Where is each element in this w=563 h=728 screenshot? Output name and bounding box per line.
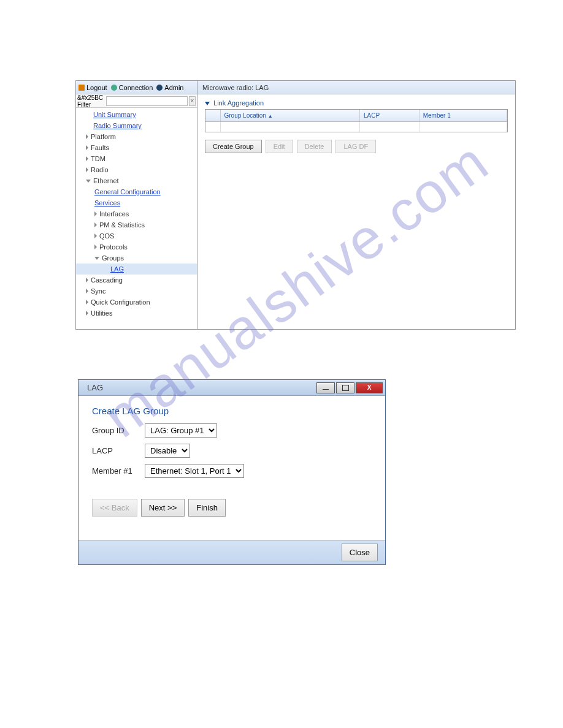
window-controls: X [315, 380, 385, 395]
chevron-right-icon [94, 211, 97, 216]
label-group-id: Group ID [92, 426, 145, 435]
row-member1: Member #1 Ethernet: Slot 1, Port 1 [92, 464, 372, 478]
select-group-id[interactable]: LAG: Group #1 [145, 423, 217, 438]
tree-label: Radio [91, 166, 109, 173]
admin-label: Admin [164, 84, 183, 91]
chevron-right-icon [86, 156, 88, 161]
tree-sync[interactable]: Sync [76, 286, 197, 297]
chevron-right-icon [94, 233, 97, 238]
chevron-right-icon [94, 222, 97, 227]
tree-label: Groups [102, 254, 124, 262]
tree-general-config[interactable]: General Configuration [76, 186, 197, 197]
select-member1[interactable]: Ethernet: Slot 1, Port 1 [145, 464, 244, 478]
tree-unit-summary[interactable]: Unit Summary [76, 109, 197, 120]
tree-services[interactable]: Services [76, 197, 197, 208]
chevron-right-icon [86, 311, 88, 316]
label-lacp: LACP [92, 446, 145, 455]
tree-groups[interactable]: Groups [76, 252, 197, 264]
chevron-right-icon [86, 300, 88, 305]
create-lag-dialog: LAG X Create LAG Group Group ID LAG: Gro… [78, 379, 386, 565]
chevron-down-icon [205, 102, 210, 105]
tree-faults[interactable]: Faults [76, 142, 197, 153]
chevron-right-icon [86, 289, 88, 294]
sort-asc-icon: ▲ [268, 113, 273, 119]
filter-row: &#x25BC Filter × [76, 94, 197, 108]
dialog-body: Create LAG Group Group ID LAG: Group #1 … [79, 396, 385, 540]
tree-label: Faults [91, 144, 109, 151]
next-button[interactable]: Next >> [141, 499, 185, 517]
logout-link[interactable]: Logout [79, 84, 107, 91]
page-title-bar: Microwave radio: LAG [197, 81, 515, 94]
tree-radio-summary[interactable]: Radio Summary [76, 120, 197, 131]
col-select[interactable] [205, 110, 220, 122]
tree-label: QOS [99, 232, 114, 240]
finish-button[interactable]: Finish [188, 499, 226, 517]
filter-prefix: &#x25BC Filter [77, 94, 105, 108]
select-lacp[interactable]: Disable [145, 444, 190, 458]
table-row-empty [205, 122, 507, 132]
chevron-down-icon [86, 180, 91, 183]
admin-link[interactable]: Admin [156, 84, 183, 91]
tree-radio[interactable]: Radio [76, 164, 197, 175]
tree-interfaces[interactable]: Interfaces [76, 208, 197, 219]
filter-input[interactable] [106, 96, 188, 106]
row-lacp: LACP Disable [92, 444, 372, 458]
minimize-button[interactable] [316, 382, 335, 393]
tree-quick-config[interactable]: Quick Configuration [76, 297, 197, 308]
tree-lag[interactable]: LAG [76, 264, 197, 275]
page-title: Microwave radio: LAG [202, 84, 269, 91]
wizard-buttons: << Back Next >> Finish [92, 499, 372, 517]
lagdf-button: LAG DF [335, 140, 376, 153]
tree-label: Protocols [99, 243, 128, 251]
app-window: Logout Connection Admin &#x25BC Filter ×… [75, 80, 516, 330]
tree-label: Cascading [91, 276, 123, 284]
tree-platform[interactable]: Platform [76, 131, 197, 142]
filter-clear-button[interactable]: × [189, 96, 196, 106]
chevron-right-icon [86, 167, 88, 172]
close-button[interactable]: X [356, 382, 383, 393]
close-footer-button[interactable]: Close [342, 544, 378, 561]
button-row: Create Group Edit Delete LAG DF [205, 140, 508, 153]
tree-label: Platform [91, 133, 116, 140]
tree-cascading[interactable]: Cascading [76, 275, 197, 286]
nav-tree: Unit Summary Radio Summary Platform Faul… [76, 108, 197, 329]
lag-table: Group Location ▲ LACP Member 1 [205, 109, 508, 132]
row-group-id: Group ID LAG: Group #1 [92, 423, 372, 438]
logout-label: Logout [86, 84, 107, 91]
col-group-location[interactable]: Group Location ▲ [220, 110, 360, 122]
chevron-right-icon [94, 245, 97, 249]
create-group-button[interactable]: Create Group [205, 140, 262, 153]
col-label: Group Location [224, 112, 266, 119]
label-member1: Member #1 [92, 466, 145, 476]
delete-button: Delete [297, 140, 332, 153]
tree-qos[interactable]: QOS [76, 230, 197, 241]
section-header[interactable]: Link Aggregation [205, 99, 508, 107]
top-toolbar: Logout Connection Admin [76, 81, 197, 94]
col-member1[interactable]: Member 1 [419, 110, 507, 122]
tree-protocols[interactable]: Protocols [76, 241, 197, 252]
tree-label: Sync [91, 287, 105, 295]
tree-label: Ethernet [93, 177, 119, 184]
tree-utilities[interactable]: Utilities [76, 308, 197, 319]
dialog-title: LAG [87, 383, 103, 392]
tree-label: Interfaces [99, 210, 129, 218]
connection-icon [111, 85, 117, 91]
dialog-footer: Close [79, 540, 385, 564]
tree-tdm[interactable]: TDM [76, 153, 197, 164]
connection-link[interactable]: Connection [111, 84, 153, 91]
logout-icon [79, 85, 85, 91]
sidebar: Logout Connection Admin &#x25BC Filter ×… [76, 81, 197, 329]
chevron-down-icon [94, 257, 99, 260]
dialog-header: Create LAG Group [92, 406, 372, 416]
content-panel: Microwave radio: LAG Link Aggregation Gr… [197, 81, 515, 329]
tree-ethernet[interactable]: Ethernet [76, 175, 197, 186]
chevron-right-icon [86, 145, 88, 150]
maximize-button[interactable] [336, 382, 354, 393]
col-lacp[interactable]: LACP [360, 110, 419, 122]
back-button: << Back [92, 499, 137, 517]
tree-label: PM & Statistics [99, 221, 145, 229]
tree-label: Utilities [91, 309, 112, 317]
admin-icon [156, 85, 163, 91]
tree-pm-stats[interactable]: PM & Statistics [76, 219, 197, 230]
chevron-right-icon [86, 134, 88, 139]
